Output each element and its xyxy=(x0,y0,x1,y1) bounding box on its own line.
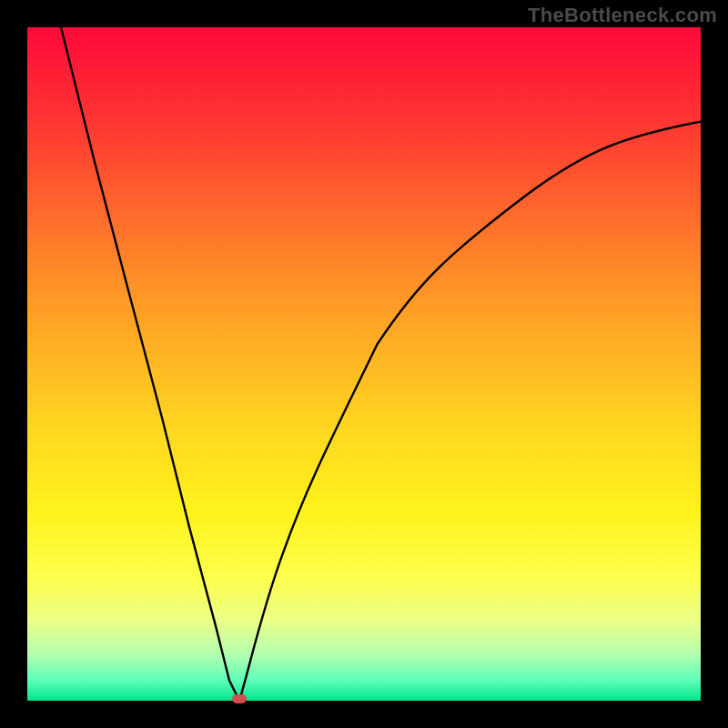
watermark-text: TheBottleneck.com xyxy=(528,4,717,27)
bottleneck-curve xyxy=(27,27,701,701)
chart-frame: TheBottleneck.com xyxy=(0,0,728,728)
minimum-marker xyxy=(232,694,247,703)
curve-left-branch xyxy=(61,27,239,701)
plot-area xyxy=(27,27,701,701)
curve-right-branch xyxy=(239,122,701,701)
